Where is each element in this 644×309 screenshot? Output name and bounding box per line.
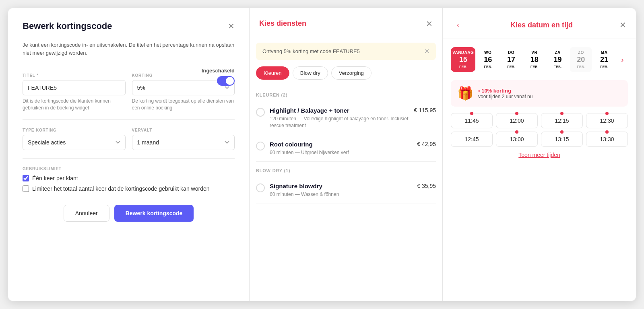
cal-day-16[interactable]: Wo 16 FEB. (477, 47, 499, 72)
checkbox-een-keer[interactable] (23, 175, 29, 181)
cal-day-name-18: Vr (525, 50, 544, 55)
cal-day-name-17: Do (502, 50, 520, 55)
discount-icon: 🎁 (457, 86, 473, 101)
dot-1300 (515, 130, 518, 134)
time-slot-1300[interactable]: 13:00 (496, 132, 538, 147)
section-title-kleuren: KLEUREN (2) (256, 93, 436, 97)
close-middle-button[interactable]: ✕ (426, 20, 433, 28)
middle-header: Kies diensten ✕ (250, 8, 442, 36)
checkbox-een-keer-label: Één keer per klant (32, 175, 78, 181)
left-panel-header: Bewerk kortingscode ✕ (23, 21, 235, 31)
discount-banner: 🎁 • 10% korting voor tijden 2 uur vanaf … (451, 80, 628, 107)
service-desc-root: 60 minuten — Uitgroei bijwerken verf (270, 149, 412, 156)
divider-1 (23, 65, 235, 65)
page-title: Bewerk kortingscode (23, 21, 112, 31)
calendar-days: Vandaag 15 FEB. Wo 16 FEB. Do 17 FEB. (451, 47, 615, 72)
gebruikslimiet-section: GEBRUIKSLIMIET Één keer per klant Limite… (23, 167, 235, 192)
cal-day-name-16: Wo (479, 50, 497, 55)
titel-input[interactable] (23, 80, 126, 95)
cal-day-name-20: Zo (572, 50, 590, 55)
titel-hint: Dit is de kortingscode die klanten kunne… (23, 98, 126, 111)
promo-text: Ontvang 5% korting met code FEATURE5 (262, 48, 360, 54)
app-container: Bewerk kortingscode ✕ Je kunt een kortin… (8, 8, 636, 301)
dot-1230 (605, 112, 609, 115)
section-title-blowdry: BLOW DRY (1) (256, 168, 436, 173)
show-more-times[interactable]: Toon meer tijden (451, 152, 628, 158)
annuleer-button[interactable]: Annuleer (64, 205, 109, 222)
info-text: Je kunt een kortingscode in- en uitschak… (23, 41, 235, 57)
checkbox-limiteer[interactable] (23, 185, 29, 192)
prev-arrow-button[interactable]: ‹ (452, 19, 464, 31)
time-slot-1215[interactable]: 12:15 (541, 113, 583, 128)
cal-day-num-19: 19 (549, 56, 567, 64)
service-name-root: Root colouring (270, 141, 412, 148)
cal-day-name-19: Za (549, 50, 567, 55)
cal-day-21[interactable]: Ma 21 FEB. (593, 47, 615, 72)
cal-day-19[interactable]: Za 19 FEB. (547, 47, 569, 72)
cal-day-name-15: Vandaag (452, 50, 474, 55)
cal-day-month-17: FEB. (502, 65, 520, 69)
service-name-highlight: Highlight / Balayage + toner (270, 107, 409, 114)
service-price-signature: € 35,95 (417, 183, 436, 189)
promo-close-button[interactable]: ✕ (424, 47, 429, 55)
toggle-label: Ingeschakeld (202, 68, 235, 74)
service-radio-highlight[interactable] (256, 108, 265, 117)
dot-1200 (515, 112, 518, 115)
cal-day-month-16: FEB. (479, 65, 497, 69)
cal-day-num-16: 16 (479, 56, 497, 64)
next-arrow-button[interactable]: › (617, 54, 628, 65)
field-group-title: TITEL * Dit is de kortingscode die klant… (23, 73, 126, 111)
time-slot-1330[interactable]: 13:30 (586, 132, 628, 147)
discount-title: • 10% korting (478, 88, 621, 94)
cal-day-17[interactable]: Do 17 FEB. (500, 47, 522, 72)
left-panel: Bewerk kortingscode ✕ Je kunt een kortin… (8, 8, 250, 301)
cal-day-num-18: 18 (525, 56, 544, 64)
vervalt-label: VERVALT (132, 128, 235, 132)
service-item-signature: Signature blowdry 60 minuten — Wassen & … (256, 177, 436, 204)
typekorting-select[interactable]: Speciale acties Vaste korting Percentage… (23, 135, 126, 150)
dot-1315 (560, 130, 564, 134)
cal-day-num-20: 20 (572, 56, 590, 64)
tab-blowdry[interactable]: Blow dry (293, 66, 328, 80)
time-slot-1315[interactable]: 13:15 (541, 132, 583, 147)
service-price-highlight: € 115,95 (414, 107, 436, 113)
close-left-button[interactable]: ✕ (228, 22, 235, 30)
toggle-switch[interactable] (217, 76, 235, 86)
checkbox-row-2: Limiteer het totaal aantal keer dat de k… (23, 185, 235, 192)
cal-day-month-19: FEB. (549, 65, 567, 69)
cal-day-month-20: FEB. (572, 65, 590, 69)
bewerk-button[interactable]: Bewerk kortingscode (114, 205, 194, 222)
divider-2 (23, 119, 235, 120)
discount-subtitle: voor tijden 2 uur vanaf nu (478, 94, 621, 99)
service-radio-root[interactable] (256, 142, 265, 150)
field-group-vervalt: VERVALT 1 maand 3 maanden 6 maanden 1 ja… (132, 128, 235, 150)
service-item-root: Root colouring 60 minuten — Uitgroei bij… (256, 135, 436, 162)
time-slot-1245[interactable]: 12:45 (451, 132, 493, 147)
tab-verzorging[interactable]: Verzorging (331, 66, 372, 80)
cal-day-15[interactable]: Vandaag 15 FEB. (451, 47, 475, 72)
close-right-button[interactable]: ✕ (619, 21, 626, 29)
time-grid-row1: 11:45 12:00 12:15 12:30 (451, 113, 628, 128)
vervalt-select[interactable]: 1 maand 3 maanden 6 maanden 1 jaar Nooit (132, 135, 235, 150)
cal-day-18[interactable]: Vr 18 FEB. (524, 47, 545, 72)
field-group-typekorting: TYPE KORTING Speciale acties Vaste korti… (23, 128, 126, 150)
cal-day-month-21: FEB. (595, 65, 613, 69)
service-name-signature: Signature blowdry (270, 183, 412, 190)
service-price-root: € 42,95 (417, 141, 436, 147)
cal-day-20[interactable]: Zo 20 FEB. (570, 47, 592, 72)
gebruikslimiet-label: GEBRUIKSLIMIET (23, 167, 235, 171)
tab-kleuren[interactable]: Kleuren (256, 66, 289, 80)
right-panel: ‹ Kies datum en tijd ✕ Vandaag 15 FEB. W… (443, 8, 636, 301)
time-grid-row2: 12:45 13:00 13:15 13:30 (451, 132, 628, 147)
time-slot-1230[interactable]: 12:30 (586, 113, 628, 128)
service-radio-signature[interactable] (256, 183, 265, 192)
typekorting-label: TYPE KORTING (23, 128, 126, 132)
time-slot-1200[interactable]: 12:00 (496, 113, 538, 128)
dot-1215 (560, 112, 564, 115)
discount-text-wrap: • 10% korting voor tijden 2 uur vanaf nu (478, 88, 621, 99)
cal-day-num-17: 17 (502, 56, 520, 64)
service-desc-signature: 60 minuten — Wassen & föhnen (270, 191, 412, 198)
field-row-type-vervalt: TYPE KORTING Speciale acties Vaste korti… (23, 128, 235, 150)
time-slot-1145[interactable]: 11:45 (451, 113, 493, 128)
middle-panel: Kies diensten ✕ Ontvang 5% korting met c… (250, 8, 443, 301)
